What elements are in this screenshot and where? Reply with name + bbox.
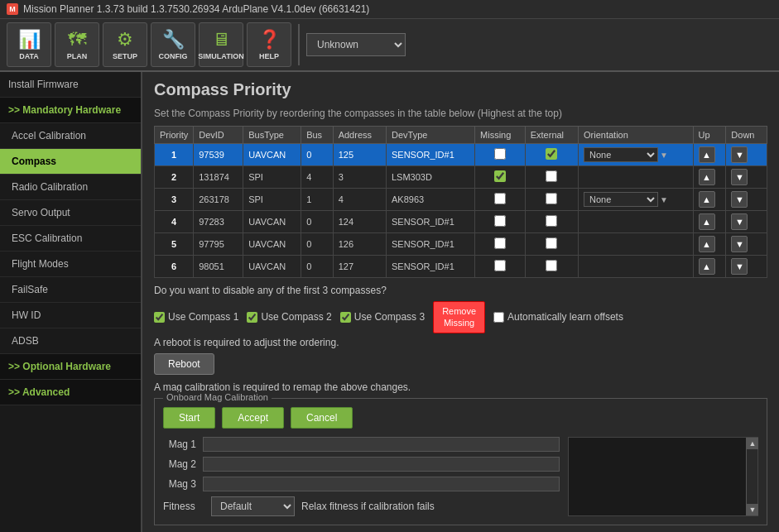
scroll-down-arrow[interactable]: ▼	[747, 504, 758, 515]
external-checkbox[interactable]	[546, 237, 557, 249]
sidebar-item-mandatory-hardware[interactable]: >> Mandatory Hardware	[0, 98, 141, 123]
cell-external[interactable]	[525, 256, 578, 278]
missing-checkbox[interactable]	[494, 260, 506, 271]
calib-accept-button[interactable]: Accept	[222, 407, 284, 429]
sidebar-item-adsb[interactable]: ADSB	[0, 328, 141, 354]
calib-cancel-button[interactable]: Cancel	[291, 407, 353, 429]
up-button[interactable]: ▲	[699, 213, 715, 230]
cell-external[interactable]	[525, 211, 578, 233]
cell-orientation[interactable]	[579, 211, 694, 233]
cell-up[interactable]: ▲	[693, 256, 726, 278]
scroll-up-arrow[interactable]: ▲	[747, 438, 758, 449]
calib-start-button[interactable]: Start	[163, 407, 215, 429]
up-button[interactable]: ▲	[699, 146, 715, 163]
cell-orientation[interactable]	[579, 233, 694, 256]
down-button[interactable]: ▼	[731, 213, 748, 230]
sidebar-item-advanced[interactable]: >> Advanced	[0, 380, 141, 405]
cell-up[interactable]: ▲	[693, 166, 726, 189]
table-row[interactable]: 5 97795 UAVCAN 0 126 SENSOR_ID#1 ▲ ▼	[155, 233, 767, 256]
down-button[interactable]: ▼	[731, 146, 748, 163]
use-compass3-checkbox[interactable]	[340, 312, 351, 323]
table-row[interactable]: 4 97283 UAVCAN 0 124 SENSOR_ID#1 ▲ ▼	[155, 211, 767, 233]
reboot-button[interactable]: Reboot	[154, 353, 214, 375]
table-row[interactable]: 3 263178 SPI 1 4 AK8963 None Roll180 Yaw…	[155, 189, 767, 211]
cell-down[interactable]: ▼	[726, 144, 767, 166]
cell-orientation[interactable]: None Roll180 Yaw90 ▼	[579, 189, 694, 211]
cell-missing[interactable]	[475, 233, 526, 256]
cell-down[interactable]: ▼	[726, 166, 767, 189]
use-compass3-label[interactable]: Use Compass 3	[340, 311, 425, 323]
cell-up[interactable]: ▲	[693, 211, 726, 233]
down-button[interactable]: ▼	[731, 236, 748, 252]
cell-down[interactable]: ▼	[726, 211, 767, 233]
use-compass1-label[interactable]: Use Compass 1	[154, 311, 238, 323]
config-button[interactable]: 🔧 CONFIG	[151, 22, 195, 67]
sidebar-item-install-firmware[interactable]: Install Firmware	[0, 72, 141, 98]
fitness-select[interactable]: Default 3.0 (Loose) 2.0 (Default) 1.0 (S…	[211, 496, 295, 516]
sidebar-item-optional-hardware[interactable]: >> Optional Hardware	[0, 354, 141, 380]
sidebar-item-esc-calibration[interactable]: ESC Calibration	[0, 226, 141, 252]
data-button[interactable]: 📊 DATA	[7, 22, 51, 67]
plan-button[interactable]: 🗺 PLAN	[55, 22, 99, 67]
missing-checkbox[interactable]	[494, 215, 506, 227]
cell-orientation[interactable]	[579, 166, 694, 189]
down-button[interactable]: ▼	[731, 258, 748, 275]
down-button[interactable]: ▼	[731, 191, 748, 208]
external-checkbox[interactable]	[546, 193, 557, 204]
cell-external[interactable]	[525, 233, 578, 256]
auto-learn-checkbox[interactable]	[493, 312, 504, 323]
up-button[interactable]: ▲	[699, 258, 715, 275]
cell-external[interactable]	[525, 166, 578, 189]
sidebar-item-flight-modes[interactable]: Flight Modes	[0, 252, 141, 277]
missing-checkbox[interactable]	[494, 237, 506, 249]
up-button[interactable]: ▲	[699, 236, 715, 252]
sidebar-item-compass[interactable]: Compass	[0, 149, 141, 175]
simulation-button[interactable]: 🖥 SIMULATION	[199, 22, 243, 67]
sidebar-item-hw-id[interactable]: HW ID	[0, 303, 141, 328]
cell-orientation[interactable]	[579, 256, 694, 278]
cell-external[interactable]	[525, 189, 578, 211]
vehicle-select[interactable]: Unknown	[306, 33, 406, 56]
cell-missing[interactable]	[475, 256, 526, 278]
cell-down[interactable]: ▼	[726, 233, 767, 256]
sidebar-item-servo-output[interactable]: Servo Output	[0, 200, 141, 226]
use-compass2-text: Use Compass 2	[261, 311, 331, 323]
sidebar-item-accel-calibration[interactable]: Accel Calibration	[0, 123, 141, 149]
cell-up[interactable]: ▲	[693, 189, 726, 211]
help-button[interactable]: ❓ HELP	[247, 22, 291, 67]
cell-missing[interactable]	[475, 211, 526, 233]
external-checkbox[interactable]	[546, 260, 557, 271]
sidebar-item-failsafe[interactable]: FailSafe	[0, 277, 141, 303]
use-compass2-checkbox[interactable]	[247, 312, 257, 323]
cell-up[interactable]: ▲	[693, 144, 726, 166]
cell-down[interactable]: ▼	[726, 189, 767, 211]
table-row[interactable]: 2 131874 SPI 4 3 LSM303D ▲ ▼	[155, 166, 767, 189]
missing-checkbox[interactable]	[494, 170, 506, 182]
auto-learn-label[interactable]: Automatically learn offsets	[493, 311, 623, 323]
cell-orientation[interactable]: None Roll180 Yaw90 ▼	[579, 144, 694, 166]
sidebar-item-radio-calibration[interactable]: Radio Calibration	[0, 175, 141, 200]
cell-external[interactable]	[525, 144, 578, 166]
up-button[interactable]: ▲	[699, 169, 715, 185]
missing-checkbox[interactable]	[494, 148, 506, 160]
cell-missing[interactable]	[475, 144, 526, 166]
setup-button[interactable]: ⚙ SETUP	[103, 22, 147, 67]
external-checkbox[interactable]	[546, 170, 557, 182]
orientation-select[interactable]: None Roll180 Yaw90	[584, 192, 658, 207]
orientation-select[interactable]: None Roll180 Yaw90	[584, 147, 658, 162]
controls-section: Do you want to disable any of the first …	[154, 285, 767, 532]
cell-missing[interactable]	[475, 166, 526, 189]
cell-missing[interactable]	[475, 189, 526, 211]
up-button[interactable]: ▲	[699, 191, 715, 208]
table-row[interactable]: 6 98051 UAVCAN 0 127 SENSOR_ID#1 ▲ ▼	[155, 256, 767, 278]
table-row[interactable]: 1 97539 UAVCAN 0 125 SENSOR_ID#1 None Ro…	[155, 144, 767, 166]
external-checkbox[interactable]	[546, 215, 557, 227]
cell-down[interactable]: ▼	[726, 256, 767, 278]
down-button[interactable]: ▼	[731, 169, 748, 185]
cell-up[interactable]: ▲	[693, 233, 726, 256]
external-checkbox[interactable]	[546, 148, 557, 160]
use-compass2-label[interactable]: Use Compass 2	[247, 311, 331, 323]
use-compass1-checkbox[interactable]	[154, 312, 165, 323]
missing-checkbox[interactable]	[494, 193, 506, 204]
remove-missing-button[interactable]: RemoveMissing	[433, 301, 485, 333]
